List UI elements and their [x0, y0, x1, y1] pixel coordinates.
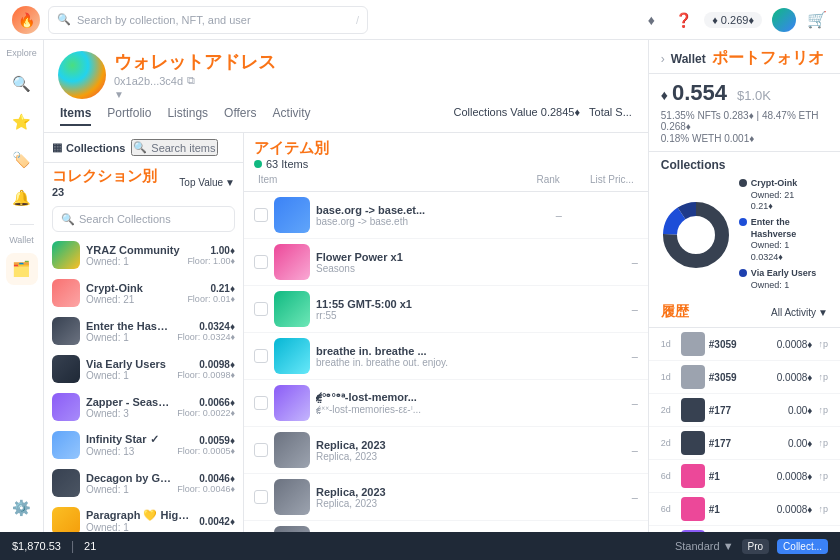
- item-row[interactable]: Replica, 2023 Replica, 2023 –: [244, 474, 648, 521]
- profile-header: ウォレットアドレス 0x1a2b...3c4d ⧉ ▼ Items Portfo…: [44, 40, 648, 133]
- collection-img: [52, 241, 80, 269]
- activity-row[interactable]: 2d #177 0.00♦ ↑p: [649, 427, 840, 460]
- item-row[interactable]: base.org -> base.et... base.org -> base.…: [244, 192, 648, 239]
- logo-icon[interactable]: 🔥: [12, 6, 40, 34]
- activity-time: 2d: [661, 405, 677, 415]
- activity-name: #177: [709, 405, 784, 416]
- collection-item[interactable]: Infinity Star ✓ Owned: 13 0.0059♦ Floor:…: [44, 426, 243, 464]
- collection-img: [52, 393, 80, 421]
- collection-item[interactable]: YRAZ Community Owned: 1 1.00♦ Floor: 1.0…: [44, 236, 243, 274]
- collection-img: [52, 279, 80, 307]
- sidebar-item-wallet[interactable]: 🗂️: [6, 253, 38, 285]
- wallet-address: 0x1a2b...3c4d: [114, 75, 183, 87]
- tab-offers[interactable]: Offers: [224, 106, 256, 126]
- item-checkbox[interactable]: [254, 349, 268, 363]
- item-row[interactable]: breathe in. breathe ... breathe in. brea…: [244, 333, 648, 380]
- tab-activity[interactable]: Activity: [273, 106, 311, 126]
- tab-listings[interactable]: Listings: [167, 106, 208, 126]
- activity-row[interactable]: 2d #177 0.00♦ ↑p: [649, 394, 840, 427]
- collections-chart-title: Collections: [661, 158, 828, 172]
- item-row[interactable]: Flower Power x1 Seasons –: [244, 239, 648, 286]
- col-price-header: List Pric...: [564, 174, 634, 185]
- diamond-icon[interactable]: ♦: [640, 9, 662, 31]
- collection-name: Zapper - Season 2 Edi...: [86, 396, 171, 408]
- collection-value: 0.0324♦ Floor: 0.0324♦: [177, 321, 235, 342]
- collections-filter-btn[interactable]: ▦ Collections: [52, 141, 125, 154]
- activity-row[interactable]: 1d #3059 0.0008♦ ↑p: [649, 361, 840, 394]
- item-row[interactable]: Replica, 2023 Replica, 2023 –: [244, 427, 648, 474]
- collection-item[interactable]: Enter the Hashverse Owned: 1 0.0324♦ Flo…: [44, 312, 243, 350]
- legend-item: Enter the Hashverse Owned: 1 0.0324♦: [739, 217, 828, 264]
- search-small-icon: 🔍: [133, 141, 147, 154]
- item-checkbox[interactable]: [254, 396, 268, 410]
- activity-image: [681, 332, 705, 356]
- collection-img: [52, 317, 80, 345]
- item-checkbox[interactable]: [254, 302, 268, 316]
- collection-val-num: 0.0098♦: [177, 359, 235, 370]
- chart-area: Crypt-Oink Owned: 21 0.21♦ Enter the Has…: [661, 178, 828, 291]
- collections-panel: ▦ Collections 🔍 Search items コレクション別 2: [44, 133, 244, 532]
- collection-item[interactable]: Paragraph 💛 Highlight Owned: 1 0.0042♦: [44, 502, 243, 532]
- profile-top: ウォレットアドレス 0x1a2b...3c4d ⧉ ▼: [58, 50, 634, 100]
- status-separator: |: [71, 539, 74, 553]
- standard-dropdown-btn[interactable]: Standard ▼: [675, 540, 734, 552]
- tab-portfolio[interactable]: Portfolio: [107, 106, 151, 126]
- search-items-btn[interactable]: 🔍 Search items: [131, 139, 217, 156]
- item-name: breathe in. breathe ...: [316, 345, 496, 357]
- collection-img: [52, 355, 80, 383]
- collections-value-header: Collections Value 0.2845♦ Total S...: [454, 106, 632, 126]
- sidebar-item-bell[interactable]: 🔔: [6, 182, 38, 214]
- sidebar-item-settings[interactable]: ⚙️: [6, 492, 38, 524]
- collection-owned: Owned: 1: [86, 522, 193, 532]
- explore-label: Explore: [6, 48, 37, 58]
- item-checkbox[interactable]: [254, 255, 268, 269]
- search-bar[interactable]: 🔍 Search by collection, NFT, and user /: [48, 6, 368, 34]
- collection-item[interactable]: Via Early Users Owned: 1 0.0098♦ Floor: …: [44, 350, 243, 388]
- profile-address-ja: ウォレットアドレス: [114, 50, 634, 74]
- sidebar-item-tag[interactable]: 🏷️: [6, 144, 38, 176]
- item-row[interactable]: Replica, 2023 Replica, 2023 –: [244, 521, 648, 532]
- chart-legend: Crypt-Oink Owned: 21 0.21♦ Enter the Has…: [739, 178, 828, 291]
- collection-item[interactable]: Decagon by Golid and D... Owned: 1 0.004…: [44, 464, 243, 502]
- eth-balance-value: 0.269♦: [721, 14, 754, 26]
- profile-tabs: Items Portfolio Listings Offers Activity…: [58, 106, 634, 126]
- item-name: Replica, 2023: [316, 439, 496, 451]
- item-checkbox[interactable]: [254, 443, 268, 457]
- portfolio-chevron-icon[interactable]: ›: [661, 52, 665, 66]
- item-checkbox[interactable]: [254, 208, 268, 222]
- sidebar-item-star[interactable]: ⭐: [6, 106, 38, 138]
- collection-value: 0.0098♦ Floor: 0.0098♦: [177, 359, 235, 380]
- search-collections-input[interactable]: 🔍 Search Collections: [52, 206, 235, 232]
- cart-icon[interactable]: 🛒: [806, 9, 828, 31]
- user-avatar[interactable]: [772, 8, 796, 32]
- sidebar-item-search[interactable]: 🔍: [6, 68, 38, 100]
- item-checkbox[interactable]: [254, 490, 268, 504]
- collect-button[interactable]: Collect...: [777, 539, 828, 554]
- tab-items[interactable]: Items: [60, 106, 91, 126]
- copy-icon[interactable]: ⧉: [187, 74, 195, 87]
- activity-row[interactable]: 1d #3059 0.0008♦ ↑p: [649, 328, 840, 361]
- collection-item[interactable]: Zapper - Season 2 Edi... Owned: 3 0.0066…: [44, 388, 243, 426]
- collection-floor: Floor: 0.0046♦: [177, 484, 235, 494]
- status-eth-total: $1,870.53: [12, 540, 61, 552]
- collection-item[interactable]: Crypt-Oink Owned: 21 0.21♦ Floor: 0.01♦: [44, 274, 243, 312]
- top-value-sort-btn[interactable]: Top Value ▼: [179, 177, 235, 188]
- activity-image: [681, 497, 705, 521]
- collection-img: [52, 431, 80, 459]
- portfolio-usd-inline: $1.0K: [737, 88, 771, 103]
- activity-row[interactable]: 6d #1 0.0008♦ ↑p: [649, 493, 840, 526]
- eth-symbol: ♦: [661, 87, 668, 103]
- collection-info: Zapper - Season 2 Edi... Owned: 3: [86, 396, 171, 419]
- item-sub: breathe in. breathe out. enjoy.: [316, 357, 496, 368]
- item-price: –: [568, 303, 638, 315]
- pro-button[interactable]: Pro: [742, 539, 770, 554]
- eth-balance-badge[interactable]: ♦ 0.269♦: [704, 12, 762, 28]
- item-row[interactable]: ε̷̴̸̤°ᵒ°ᵒᵃ-lost-memor... ε̷̴̸̤ˣˣ-lost-me…: [244, 380, 648, 427]
- item-row[interactable]: 11:55 GMT-5:00 x1 rr:55 –: [244, 286, 648, 333]
- activity-row[interactable]: 6d #1 0.0008♦ ↑p: [649, 460, 840, 493]
- help-icon[interactable]: ❓: [672, 9, 694, 31]
- activity-image: [681, 464, 705, 488]
- activity-dropdown-btn[interactable]: All Activity ▼: [771, 307, 828, 318]
- item-price: –: [568, 350, 638, 362]
- profile-dropdown[interactable]: ▼: [114, 89, 634, 100]
